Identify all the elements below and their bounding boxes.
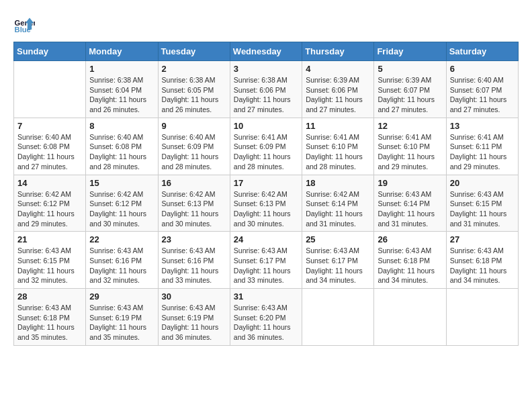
calendar-cell: 12Sunrise: 6:41 AM Sunset: 6:10 PM Dayli… [374,118,446,175]
calendar-cell: 16Sunrise: 6:42 AM Sunset: 6:13 PM Dayli… [158,175,230,232]
calendar-cell: 28Sunrise: 6:43 AM Sunset: 6:18 PM Dayli… [14,289,86,346]
day-number: 15 [89,178,154,188]
day-number: 12 [378,121,442,131]
day-number: 4 [306,64,370,74]
day-info: Sunrise: 6:43 AM Sunset: 6:17 PM Dayligh… [234,246,298,285]
calendar-cell: 19Sunrise: 6:43 AM Sunset: 6:14 PM Dayli… [374,175,446,232]
calendar-cell: 15Sunrise: 6:42 AM Sunset: 6:12 PM Dayli… [86,175,158,232]
day-number: 2 [162,64,226,74]
calendar-cell [374,289,446,346]
day-number: 29 [89,291,154,302]
day-info: Sunrise: 6:40 AM Sunset: 6:07 PM Dayligh… [450,75,515,115]
day-number: 5 [378,64,442,74]
calendar-cell: 25Sunrise: 6:43 AM Sunset: 6:17 PM Dayli… [302,232,374,289]
day-info: Sunrise: 6:43 AM Sunset: 6:16 PM Dayligh… [162,246,226,285]
day-info: Sunrise: 6:43 AM Sunset: 6:18 PM Dayligh… [378,246,442,285]
day-number: 11 [306,121,370,131]
day-info: Sunrise: 6:43 AM Sunset: 6:16 PM Dayligh… [89,246,154,285]
day-number: 20 [450,178,515,188]
day-info: Sunrise: 6:40 AM Sunset: 6:08 PM Dayligh… [89,132,154,172]
calendar-cell: 13Sunrise: 6:41 AM Sunset: 6:11 PM Dayli… [446,118,518,175]
day-info: Sunrise: 6:38 AM Sunset: 6:05 PM Dayligh… [162,75,226,115]
day-number: 23 [162,234,226,244]
day-header-monday: Monday [86,42,158,61]
calendar-cell: 5Sunrise: 6:39 AM Sunset: 6:07 PM Daylig… [374,61,446,118]
day-info: Sunrise: 6:40 AM Sunset: 6:08 PM Dayligh… [17,132,82,172]
header: General Blue [13,13,519,35]
day-info: Sunrise: 6:43 AM Sunset: 6:15 PM Dayligh… [17,246,82,285]
day-info: Sunrise: 6:38 AM Sunset: 6:06 PM Dayligh… [234,75,298,115]
calendar-cell: 17Sunrise: 6:42 AM Sunset: 6:13 PM Dayli… [230,175,302,232]
calendar-cell [446,289,518,346]
day-info: Sunrise: 6:43 AM Sunset: 6:19 PM Dayligh… [162,303,226,342]
calendar-cell: 30Sunrise: 6:43 AM Sunset: 6:19 PM Dayli… [158,289,230,346]
day-number: 8 [89,121,154,131]
calendar-cell: 14Sunrise: 6:42 AM Sunset: 6:12 PM Dayli… [14,175,86,232]
day-header-tuesday: Tuesday [158,42,230,61]
day-info: Sunrise: 6:42 AM Sunset: 6:13 PM Dayligh… [162,189,226,229]
calendar-cell: 2Sunrise: 6:38 AM Sunset: 6:05 PM Daylig… [158,61,230,118]
day-info: Sunrise: 6:42 AM Sunset: 6:13 PM Dayligh… [234,189,298,229]
day-number: 31 [234,291,298,302]
week-row-3: 14Sunrise: 6:42 AM Sunset: 6:12 PM Dayli… [14,175,519,232]
day-info: Sunrise: 6:43 AM Sunset: 6:17 PM Dayligh… [306,246,370,285]
day-info: Sunrise: 6:43 AM Sunset: 6:15 PM Dayligh… [450,189,515,229]
day-info: Sunrise: 6:41 AM Sunset: 6:10 PM Dayligh… [378,132,442,172]
day-number: 17 [234,178,298,188]
calendar-cell: 10Sunrise: 6:41 AM Sunset: 6:09 PM Dayli… [230,118,302,175]
calendar-cell: 26Sunrise: 6:43 AM Sunset: 6:18 PM Dayli… [374,232,446,289]
day-number: 1 [89,64,154,74]
day-info: Sunrise: 6:43 AM Sunset: 6:18 PM Dayligh… [17,303,82,342]
day-number: 9 [162,121,226,131]
day-info: Sunrise: 6:41 AM Sunset: 6:09 PM Dayligh… [234,132,298,172]
day-header-sunday: Sunday [14,42,86,61]
day-number: 28 [17,291,82,302]
day-info: Sunrise: 6:41 AM Sunset: 6:11 PM Dayligh… [450,132,515,172]
day-number: 21 [17,234,82,244]
calendar-cell: 11Sunrise: 6:41 AM Sunset: 6:10 PM Dayli… [302,118,374,175]
calendar-table: SundayMondayTuesdayWednesdayThursdayFrid… [13,42,519,346]
day-number: 7 [17,121,82,131]
calendar-cell: 23Sunrise: 6:43 AM Sunset: 6:16 PM Dayli… [158,232,230,289]
calendar-cell: 31Sunrise: 6:43 AM Sunset: 6:20 PM Dayli… [230,289,302,346]
day-header-wednesday: Wednesday [230,42,302,61]
day-number: 18 [306,178,370,188]
day-info: Sunrise: 6:43 AM Sunset: 6:14 PM Dayligh… [378,189,442,229]
calendar-cell: 3Sunrise: 6:38 AM Sunset: 6:06 PM Daylig… [230,61,302,118]
header-row: SundayMondayTuesdayWednesdayThursdayFrid… [14,42,519,61]
calendar-cell: 22Sunrise: 6:43 AM Sunset: 6:16 PM Dayli… [86,232,158,289]
day-number: 14 [17,178,82,188]
day-number: 27 [450,234,515,244]
day-info: Sunrise: 6:43 AM Sunset: 6:20 PM Dayligh… [234,303,298,342]
day-header-saturday: Saturday [446,42,518,61]
day-info: Sunrise: 6:38 AM Sunset: 6:04 PM Dayligh… [89,75,154,115]
day-number: 24 [234,234,298,244]
day-header-friday: Friday [374,42,446,61]
day-info: Sunrise: 6:43 AM Sunset: 6:18 PM Dayligh… [450,246,515,285]
calendar-cell [14,61,86,118]
calendar-cell: 27Sunrise: 6:43 AM Sunset: 6:18 PM Dayli… [446,232,518,289]
logo: General Blue [13,13,38,35]
day-number: 22 [89,234,154,244]
calendar-cell: 9Sunrise: 6:40 AM Sunset: 6:09 PM Daylig… [158,118,230,175]
day-number: 16 [162,178,226,188]
day-info: Sunrise: 6:39 AM Sunset: 6:07 PM Dayligh… [378,75,442,115]
calendar-cell: 8Sunrise: 6:40 AM Sunset: 6:08 PM Daylig… [86,118,158,175]
calendar-cell: 21Sunrise: 6:43 AM Sunset: 6:15 PM Dayli… [14,232,86,289]
calendar-cell [302,289,374,346]
week-row-4: 21Sunrise: 6:43 AM Sunset: 6:15 PM Dayli… [14,232,519,289]
day-number: 19 [378,178,442,188]
week-row-1: 1Sunrise: 6:38 AM Sunset: 6:04 PM Daylig… [14,61,519,118]
calendar-cell: 7Sunrise: 6:40 AM Sunset: 6:08 PM Daylig… [14,118,86,175]
calendar-cell: 4Sunrise: 6:39 AM Sunset: 6:06 PM Daylig… [302,61,374,118]
day-header-thursday: Thursday [302,42,374,61]
day-info: Sunrise: 6:39 AM Sunset: 6:06 PM Dayligh… [306,75,370,115]
day-info: Sunrise: 6:42 AM Sunset: 6:12 PM Dayligh… [89,189,154,229]
day-info: Sunrise: 6:40 AM Sunset: 6:09 PM Dayligh… [162,132,226,172]
day-info: Sunrise: 6:43 AM Sunset: 6:19 PM Dayligh… [89,303,154,342]
day-number: 30 [162,291,226,302]
day-info: Sunrise: 6:42 AM Sunset: 6:14 PM Dayligh… [306,189,370,229]
day-number: 10 [234,121,298,131]
week-row-5: 28Sunrise: 6:43 AM Sunset: 6:18 PM Dayli… [14,289,519,346]
calendar-cell: 1Sunrise: 6:38 AM Sunset: 6:04 PM Daylig… [86,61,158,118]
